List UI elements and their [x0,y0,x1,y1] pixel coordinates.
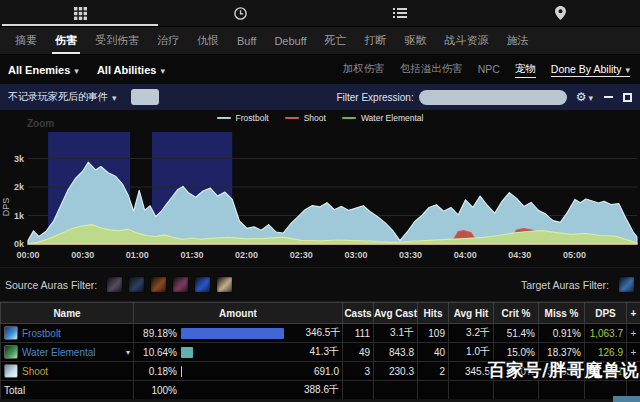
controls-left: All Enemies All Abilities [8,64,165,76]
tab-摘要[interactable]: 摘要 [6,27,46,54]
location-pin-icon [555,6,566,20]
source-aura-icon-4[interactable] [172,276,189,293]
toggle-label: 宠物 [515,62,536,76]
abilities-dropdown[interactable]: All Abilities [97,64,165,76]
spell-link-water-elemental[interactable]: Water Elemental [22,347,96,358]
damage-amount: 41.3千 [287,345,339,359]
damage-bar [181,366,182,377]
tab-仇恨[interactable]: 仇恨 [188,27,228,54]
minimize-icon[interactable] [604,96,613,98]
maximize-icon[interactable] [623,93,632,102]
column-header-miss[interactable]: Miss % [539,303,585,324]
report-tab-bar: 摘要伤害受到伤害治疗仇恨BuffDebuff死亡打断驱散战斗资源施法 [0,27,640,55]
dps-chart[interactable]: 0k1k2k3k00:0000:3001:0001:3002:0002:3003… [0,110,640,268]
tab-Buff[interactable]: Buff [228,27,265,54]
column-header-+[interactable]: + [627,303,640,324]
expand-row-button[interactable]: + [627,362,640,381]
toggle-NPC[interactable]: NPC [478,63,500,76]
enemies-dropdown[interactable]: All Enemies [8,64,79,76]
toggle-包括溢出伤害[interactable]: 包括溢出伤害 [400,62,463,77]
dps-cell: 2.1 [585,362,627,381]
damage-bar-track [181,366,283,377]
tab-受到伤害[interactable]: 受到伤害 [86,27,148,54]
empty-cell [343,381,374,400]
expand-row-button[interactable]: + [627,324,640,343]
abilities-dropdown-label: All Abilities [97,64,157,76]
hits-cell: 40 [418,343,449,362]
spell-link-shoot[interactable]: Shoot [22,366,48,377]
tab-战斗资源[interactable]: 战斗资源 [436,27,498,54]
column-header-avghit[interactable]: Avg Hit [449,303,494,324]
source-aura-icon-5[interactable] [194,276,211,293]
damage-bar [181,347,193,358]
source-aura-icon-6[interactable] [216,276,233,293]
miss-cell: 18.37% [539,343,585,362]
total-amount-cell: 100%388.6千 [134,381,343,400]
expand-row-button[interactable]: + [627,343,640,362]
source-auras-filter-label: Source Auras Filter: [5,279,97,291]
tab-Debuff[interactable]: Debuff [265,27,315,54]
column-header-crit[interactable]: Crit % [494,303,539,324]
spell-link-frostbolt[interactable]: Frostbolt [22,328,61,339]
casts-cell: 111 [343,324,374,343]
column-header-dps[interactable]: DPS [585,303,627,324]
chevron-down-icon [156,64,165,76]
tab-治疗[interactable]: 治疗 [148,27,188,54]
chevron-down-icon[interactable]: ▾ [126,348,130,357]
x-tick-label: 03:00 [344,250,367,260]
hits-cell: 2 [418,362,449,381]
toggle-宠物[interactable]: 宠物 [515,62,536,78]
tab-伤害[interactable]: 伤害 [46,27,86,54]
topbar-tab-map[interactable] [480,0,640,26]
x-tick-label: 02:00 [235,250,258,260]
toggle-Done By Ability[interactable]: Done By Ability [551,63,630,77]
damage-percent: 0.18% [137,366,177,377]
death-events-dropdown[interactable]: 不记录玩家死后的事件 [8,90,117,104]
hits-cell: 109 [418,324,449,343]
tab-施法[interactable]: 施法 [498,27,538,54]
y-tick-label: 2k [14,182,25,192]
death-events-toggle[interactable] [131,89,159,105]
filter-expression-label: Filter Expression: [336,92,413,103]
topbar-tab-grid[interactable] [0,0,160,26]
crit-cell: 50.0% [494,362,539,381]
controls-right: 加权伤害包括溢出伤害NPC宠物Done By Ability [343,62,630,78]
table-row: Water Elemental▾10.64%41.3千49843.8401.0千… [1,343,640,362]
name-cell: Shoot [1,362,134,381]
toggle-加权伤害[interactable]: 加权伤害 [343,62,385,77]
chevron-down-icon [108,92,117,103]
topbar-tab-events[interactable] [320,0,480,26]
tab-驱散[interactable]: 驱散 [396,27,436,54]
x-tick-label: 00:30 [71,250,94,260]
enemies-dropdown-label: All Enemies [8,64,70,76]
target-aura-icon-1[interactable] [618,276,635,293]
tab-打断[interactable]: 打断 [356,27,396,54]
gear-icon[interactable] [576,90,593,104]
topbar-tab-timeline[interactable] [160,0,320,26]
avg-hit-cell: 3.2千 [449,324,494,343]
amount-column-cell: 10.64%41.3千 [134,343,343,362]
death-events-dropdown-label: 不记录玩家死后的事件 [8,90,108,104]
column-header-amount[interactable]: Amount [134,303,343,324]
table-total-row: Total100%388.6千 [1,381,640,400]
source-aura-icon-1[interactable] [106,276,123,293]
chevron-down-icon [621,63,630,75]
damage-bar [181,328,284,339]
x-tick-label: 02:30 [290,250,313,260]
column-header-hits[interactable]: Hits [418,303,449,324]
column-header-avgcast[interactable]: Avg Cast [374,303,418,324]
miss-cell: 33.33% [539,362,585,381]
column-header-name[interactable]: Name [1,303,134,324]
name-cell: Water Elemental▾ [1,343,134,362]
tab-死亡[interactable]: 死亡 [316,27,356,54]
source-aura-icon-3[interactable] [150,276,167,293]
y-tick-label: 3k [14,154,25,164]
casts-cell: 3 [343,362,374,381]
column-header-casts[interactable]: Casts [343,303,374,324]
amount-cell: 100%388.6千 [137,383,339,397]
filter-expression-input[interactable] [419,90,567,105]
target-aura-icons [618,276,635,293]
dps-cell: 126.9 [585,343,627,362]
crit-cell: 15.0% [494,343,539,362]
source-aura-icon-2[interactable] [128,276,145,293]
